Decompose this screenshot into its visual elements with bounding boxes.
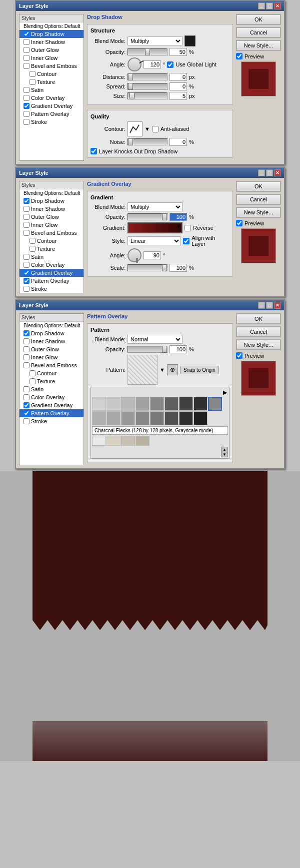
inner-shadow-check-2[interactable]	[24, 206, 30, 212]
bevel-check-3[interactable]	[24, 362, 30, 368]
texture-check-3[interactable]	[30, 378, 36, 384]
scroll-down-btn[interactable]: ▼	[222, 452, 228, 457]
sidebar-item-pattern-overlay-1[interactable]: Pattern Overlay	[20, 110, 84, 118]
pat-15[interactable]	[164, 411, 178, 425]
pat-3[interactable]	[121, 397, 135, 411]
satin-check-2[interactable]	[24, 254, 30, 260]
minimize-btn-3[interactable]: _	[258, 302, 265, 309]
sidebar-item-texture-2[interactable]: Texture	[20, 245, 84, 253]
cancel-btn-1[interactable]: Cancel	[236, 27, 281, 38]
sidebar-item-inner-glow-2[interactable]: Inner Glow	[20, 221, 84, 229]
sidebar-item-satin-2[interactable]: Satin	[20, 253, 84, 261]
blend-color-swatch-1[interactable]	[184, 35, 196, 46]
sidebar-item-outer-glow-1[interactable]: Outer Glow	[20, 46, 84, 54]
pat-9[interactable]	[208, 397, 222, 411]
pat-s4[interactable]	[136, 436, 150, 446]
sidebar-item-inner-shadow-3[interactable]: Inner Shadow	[20, 337, 84, 345]
sidebar-item-inner-glow-1[interactable]: Inner Glow	[20, 54, 84, 62]
new-style-btn-1[interactable]: New Style...	[236, 40, 281, 51]
stroke-check-2[interactable]	[24, 286, 30, 292]
sidebar-item-blending-1[interactable]: Blending Options: Default	[20, 22, 84, 30]
sidebar-item-satin-3[interactable]: Satin	[20, 385, 84, 393]
contour-check-3[interactable]	[30, 370, 36, 376]
sidebar-item-blending-3[interactable]: Blending Options: Default	[20, 322, 84, 329]
sidebar-item-color-overlay-1[interactable]: Color Overlay	[20, 94, 84, 102]
angle-dial-2[interactable]	[128, 248, 142, 262]
bevel-check-2[interactable]	[24, 230, 30, 236]
pat-5[interactable]	[150, 397, 164, 411]
sidebar-item-gradient-overlay-2[interactable]: Gradient Overlay	[20, 269, 84, 277]
pat-s1[interactable]	[92, 436, 106, 446]
close-btn-3[interactable]: ✕	[274, 302, 281, 309]
blend-mode-select-2[interactable]: Multiply	[128, 202, 182, 211]
inner-glow-check-3[interactable]	[24, 354, 30, 360]
opacity-slider-1[interactable]	[128, 48, 168, 55]
sidebar-item-contour-3[interactable]: Contour	[20, 369, 84, 377]
stroke-check-3[interactable]	[24, 418, 30, 424]
drop-shadow-check-1[interactable]	[24, 31, 30, 37]
sidebar-item-color-overlay-3[interactable]: Color Overlay	[20, 393, 84, 401]
satin-check-1[interactable]	[24, 87, 30, 93]
pattern-overlay-check-1[interactable]	[24, 111, 30, 117]
sidebar-item-gradient-overlay-3[interactable]: Gradient Overlay	[20, 401, 84, 409]
stamp-icon-3[interactable]: ⊕	[167, 364, 178, 375]
noise-input-1[interactable]	[170, 138, 187, 146]
preview-check-2[interactable]	[236, 220, 242, 226]
pat-7[interactable]	[179, 397, 193, 411]
drop-shadow-check-2[interactable]	[24, 198, 30, 204]
color-overlay-check-1[interactable]	[24, 95, 30, 101]
gradient-overlay-check-3[interactable]	[24, 402, 30, 408]
inner-shadow-check-3[interactable]	[24, 338, 30, 344]
sidebar-item-contour-2[interactable]: Contour	[20, 237, 84, 245]
pattern-overlay-check-2[interactable]	[24, 278, 30, 284]
sidebar-item-pattern-overlay-3[interactable]: Pattern Overlay	[20, 409, 84, 417]
drop-shadow-check-3[interactable]	[24, 330, 30, 336]
opacity-input-1[interactable]	[170, 48, 187, 56]
contour-check-1[interactable]	[30, 71, 36, 77]
sidebar-item-bevel-3[interactable]: Bevel and Emboss	[20, 361, 84, 369]
blend-mode-select-3[interactable]: Normal Multiply	[128, 335, 182, 344]
color-overlay-check-3[interactable]	[24, 394, 30, 400]
sidebar-item-drop-shadow-2[interactable]: Drop Shadow	[20, 197, 84, 205]
ok-btn-1[interactable]: OK	[236, 14, 281, 25]
scale-input-2[interactable]	[170, 264, 187, 272]
satin-check-3[interactable]	[24, 386, 30, 392]
outer-glow-check-2[interactable]	[24, 214, 30, 220]
sidebar-item-pattern-overlay-2[interactable]: Pattern Overlay	[20, 277, 84, 285]
close-btn-1[interactable]: ✕	[274, 2, 281, 9]
pat-2[interactable]	[106, 397, 120, 411]
texture-check-1[interactable]	[30, 79, 36, 85]
noise-slider-1[interactable]	[128, 138, 168, 145]
cancel-btn-3[interactable]: Cancel	[236, 326, 281, 337]
sidebar-item-contour-1[interactable]: Contour	[20, 70, 84, 78]
maximize-btn-2[interactable]: □	[266, 169, 273, 176]
pat-11[interactable]	[106, 411, 120, 425]
anti-aliased-check-1[interactable]	[152, 126, 158, 132]
maximize-btn-3[interactable]: □	[266, 302, 273, 309]
spread-input-1[interactable]	[170, 82, 187, 90]
sidebar-item-gradient-overlay-1[interactable]: Gradient Overlay	[20, 102, 84, 110]
sidebar-item-bevel-1[interactable]: Bevel and Emboss	[20, 62, 84, 70]
size-slider-1[interactable]	[128, 92, 168, 99]
bevel-check-1[interactable]	[24, 63, 30, 69]
texture-check-2[interactable]	[30, 246, 36, 252]
color-overlay-check-2[interactable]	[24, 262, 30, 268]
sidebar-item-outer-glow-2[interactable]: Outer Glow	[20, 213, 84, 221]
pat-17[interactable]	[194, 411, 208, 425]
sidebar-item-color-overlay-2[interactable]: Color Overlay	[20, 261, 84, 269]
pat-13[interactable]	[136, 411, 150, 425]
reverse-check-2[interactable]	[184, 225, 191, 231]
distance-slider-1[interactable]	[128, 73, 168, 80]
outer-glow-check-1[interactable]	[24, 47, 30, 53]
sidebar-item-inner-shadow-1[interactable]: Inner Shadow	[20, 38, 84, 46]
ok-btn-2[interactable]: OK	[236, 181, 281, 192]
opacity-slider-2[interactable]	[128, 213, 168, 220]
pat-s3[interactable]	[121, 436, 135, 446]
sidebar-item-texture-1[interactable]: Texture	[20, 78, 84, 86]
style-select-2[interactable]: Linear Radial Angle Reflected Diamond	[128, 236, 181, 245]
pattern-swatch-3[interactable]	[128, 355, 158, 385]
minimize-btn-1[interactable]: _	[258, 2, 265, 9]
close-btn-2[interactable]: ✕	[274, 169, 281, 176]
pattern-overlay-check-3[interactable]	[24, 410, 30, 416]
angle-input-2[interactable]	[144, 251, 161, 259]
